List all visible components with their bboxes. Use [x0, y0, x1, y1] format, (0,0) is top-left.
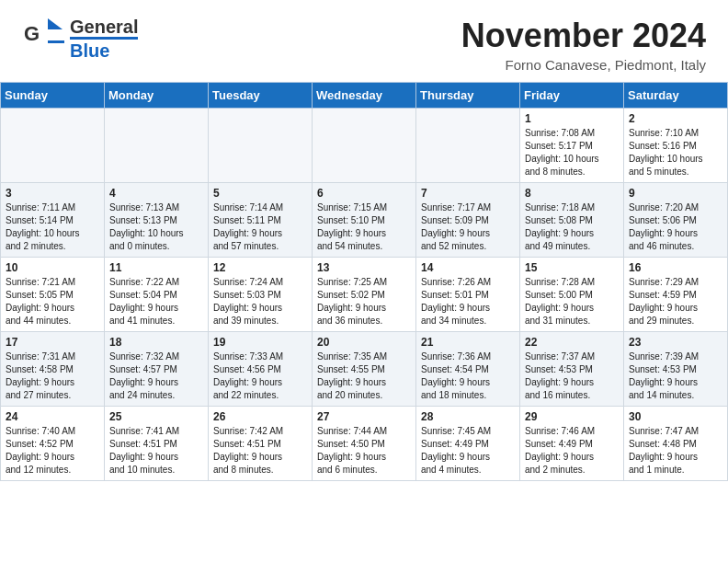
calendar-cell: 12Sunrise: 7:24 AM Sunset: 5:03 PM Dayli… — [209, 258, 313, 332]
day-info: Sunrise: 7:10 AM Sunset: 5:16 PM Dayligh… — [629, 127, 722, 178]
day-number: 20 — [317, 336, 411, 349]
day-info: Sunrise: 7:33 AM Sunset: 4:56 PM Dayligh… — [213, 350, 307, 402]
calendar-cell — [209, 109, 313, 183]
day-number: 10 — [6, 261, 99, 274]
calendar-cell: 3Sunrise: 7:11 AM Sunset: 5:14 PM Daylig… — [1, 183, 105, 258]
calendar-cell: 15Sunrise: 7:28 AM Sunset: 5:00 PM Dayli… — [520, 258, 624, 332]
logo: G General Blue — [22, 17, 138, 61]
calendar-cell: 28Sunrise: 7:45 AM Sunset: 4:49 PM Dayli… — [416, 407, 520, 481]
day-number: 21 — [421, 336, 515, 349]
day-info: Sunrise: 7:41 AM Sunset: 4:51 PM Dayligh… — [109, 425, 203, 477]
calendar-cell: 4Sunrise: 7:13 AM Sunset: 5:13 PM Daylig… — [105, 183, 209, 258]
day-info: Sunrise: 7:39 AM Sunset: 4:53 PM Dayligh… — [629, 350, 722, 402]
calendar-cell: 2Sunrise: 7:10 AM Sunset: 5:16 PM Daylig… — [624, 109, 728, 183]
day-number: 24 — [6, 410, 99, 423]
day-info: Sunrise: 7:20 AM Sunset: 5:06 PM Dayligh… — [629, 201, 722, 253]
col-header-thursday: Thursday — [416, 83, 520, 109]
calendar-cell: 25Sunrise: 7:41 AM Sunset: 4:51 PM Dayli… — [105, 407, 209, 481]
day-number: 12 — [213, 261, 307, 274]
col-header-monday: Monday — [105, 83, 209, 109]
col-header-sunday: Sunday — [1, 83, 105, 109]
calendar-cell: 16Sunrise: 7:29 AM Sunset: 4:59 PM Dayli… — [624, 258, 728, 332]
calendar-cell: 6Sunrise: 7:15 AM Sunset: 5:10 PM Daylig… — [313, 183, 416, 258]
calendar-cell: 20Sunrise: 7:35 AM Sunset: 4:55 PM Dayli… — [313, 332, 416, 407]
day-number: 1 — [525, 112, 619, 125]
day-number: 3 — [6, 187, 99, 200]
day-info: Sunrise: 7:17 AM Sunset: 5:09 PM Dayligh… — [421, 201, 515, 253]
day-info: Sunrise: 7:18 AM Sunset: 5:08 PM Dayligh… — [525, 201, 619, 253]
calendar-cell: 9Sunrise: 7:20 AM Sunset: 5:06 PM Daylig… — [624, 183, 728, 258]
day-number: 28 — [421, 410, 515, 423]
day-info: Sunrise: 7:25 AM Sunset: 5:02 PM Dayligh… — [317, 276, 411, 327]
day-info: Sunrise: 7:32 AM Sunset: 4:57 PM Dayligh… — [109, 350, 203, 402]
day-number: 4 — [109, 187, 203, 200]
day-info: Sunrise: 7:22 AM Sunset: 5:04 PM Dayligh… — [109, 276, 203, 327]
page-header: G General Blue November 2024 Forno Canav… — [0, 0, 728, 82]
calendar-header-row: SundayMondayTuesdayWednesdayThursdayFrid… — [1, 83, 728, 109]
day-number: 23 — [629, 336, 722, 349]
col-header-tuesday: Tuesday — [209, 83, 313, 109]
calendar-cell: 8Sunrise: 7:18 AM Sunset: 5:08 PM Daylig… — [520, 183, 624, 258]
day-info: Sunrise: 7:44 AM Sunset: 4:50 PM Dayligh… — [317, 425, 411, 477]
day-info: Sunrise: 7:40 AM Sunset: 4:52 PM Dayligh… — [6, 425, 99, 477]
calendar-cell: 18Sunrise: 7:32 AM Sunset: 4:57 PM Dayli… — [105, 332, 209, 407]
day-number: 26 — [213, 410, 307, 423]
day-info: Sunrise: 7:24 AM Sunset: 5:03 PM Dayligh… — [213, 276, 307, 327]
month-title: November 2024 — [461, 17, 706, 55]
day-info: Sunrise: 7:08 AM Sunset: 5:17 PM Dayligh… — [525, 127, 619, 178]
calendar-cell: 13Sunrise: 7:25 AM Sunset: 5:02 PM Dayli… — [313, 258, 416, 332]
calendar-cell — [1, 109, 105, 183]
calendar-week-1: 1Sunrise: 7:08 AM Sunset: 5:17 PM Daylig… — [1, 109, 728, 183]
day-info: Sunrise: 7:21 AM Sunset: 5:05 PM Dayligh… — [6, 276, 99, 327]
day-info: Sunrise: 7:36 AM Sunset: 4:54 PM Dayligh… — [421, 350, 515, 402]
calendar-cell — [313, 109, 416, 183]
day-number: 25 — [109, 410, 203, 423]
logo-blue: Blue — [70, 37, 138, 61]
day-number: 9 — [629, 187, 722, 200]
day-info: Sunrise: 7:42 AM Sunset: 4:51 PM Dayligh… — [213, 425, 307, 477]
day-number: 16 — [629, 261, 722, 274]
calendar-cell: 30Sunrise: 7:47 AM Sunset: 4:48 PM Dayli… — [624, 407, 728, 481]
calendar-week-3: 10Sunrise: 7:21 AM Sunset: 5:05 PM Dayli… — [1, 258, 728, 332]
day-info: Sunrise: 7:29 AM Sunset: 4:59 PM Dayligh… — [629, 276, 722, 327]
calendar-cell: 1Sunrise: 7:08 AM Sunset: 5:17 PM Daylig… — [520, 109, 624, 183]
day-number: 18 — [109, 336, 203, 349]
calendar-cell: 27Sunrise: 7:44 AM Sunset: 4:50 PM Dayli… — [313, 407, 416, 481]
day-info: Sunrise: 7:35 AM Sunset: 4:55 PM Dayligh… — [317, 350, 411, 402]
day-number: 19 — [213, 336, 307, 349]
day-number: 13 — [317, 261, 411, 274]
logo-general: General — [70, 17, 138, 37]
calendar-cell — [105, 109, 209, 183]
day-info: Sunrise: 7:28 AM Sunset: 5:00 PM Dayligh… — [525, 276, 619, 327]
svg-text:G: G — [24, 22, 40, 45]
day-info: Sunrise: 7:37 AM Sunset: 4:53 PM Dayligh… — [525, 350, 619, 402]
calendar-cell: 21Sunrise: 7:36 AM Sunset: 4:54 PM Dayli… — [416, 332, 520, 407]
day-number: 11 — [109, 261, 203, 274]
calendar-table: SundayMondayTuesdayWednesdayThursdayFrid… — [0, 82, 728, 481]
calendar-cell: 22Sunrise: 7:37 AM Sunset: 4:53 PM Dayli… — [520, 332, 624, 407]
day-number: 22 — [525, 336, 619, 349]
day-number: 6 — [317, 187, 411, 200]
day-number: 14 — [421, 261, 515, 274]
calendar-week-2: 3Sunrise: 7:11 AM Sunset: 5:14 PM Daylig… — [1, 183, 728, 258]
calendar-week-5: 24Sunrise: 7:40 AM Sunset: 4:52 PM Dayli… — [1, 407, 728, 481]
day-number: 17 — [6, 336, 99, 349]
day-info: Sunrise: 7:46 AM Sunset: 4:49 PM Dayligh… — [525, 425, 619, 477]
svg-marker-1 — [48, 18, 63, 29]
day-number: 15 — [525, 261, 619, 274]
calendar-cell: 14Sunrise: 7:26 AM Sunset: 5:01 PM Dayli… — [416, 258, 520, 332]
day-info: Sunrise: 7:47 AM Sunset: 4:48 PM Dayligh… — [629, 425, 722, 477]
day-number: 30 — [629, 410, 722, 423]
calendar-cell: 5Sunrise: 7:14 AM Sunset: 5:11 PM Daylig… — [209, 183, 313, 258]
calendar-cell: 29Sunrise: 7:46 AM Sunset: 4:49 PM Dayli… — [520, 407, 624, 481]
location: Forno Canavese, Piedmont, Italy — [461, 57, 706, 73]
calendar-week-4: 17Sunrise: 7:31 AM Sunset: 4:58 PM Dayli… — [1, 332, 728, 407]
calendar-cell: 19Sunrise: 7:33 AM Sunset: 4:56 PM Dayli… — [209, 332, 313, 407]
calendar-cell: 7Sunrise: 7:17 AM Sunset: 5:09 PM Daylig… — [416, 183, 520, 258]
calendar-cell: 17Sunrise: 7:31 AM Sunset: 4:58 PM Dayli… — [1, 332, 105, 407]
day-info: Sunrise: 7:31 AM Sunset: 4:58 PM Dayligh… — [6, 350, 99, 402]
calendar-cell — [416, 109, 520, 183]
calendar-cell: 26Sunrise: 7:42 AM Sunset: 4:51 PM Dayli… — [209, 407, 313, 481]
day-number: 7 — [421, 187, 515, 200]
day-info: Sunrise: 7:11 AM Sunset: 5:14 PM Dayligh… — [6, 201, 99, 253]
